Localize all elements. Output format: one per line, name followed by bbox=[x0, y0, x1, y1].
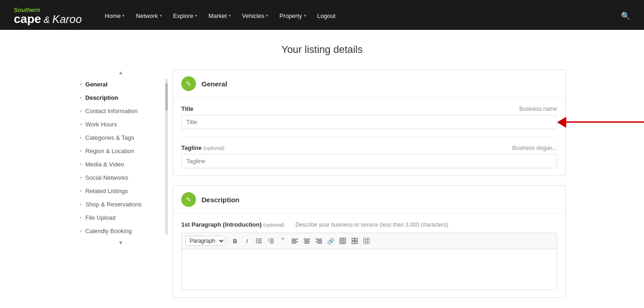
tagline-optional: (optional) bbox=[203, 145, 224, 151]
main-wrapper: Your listing details ▲ General Descripti… bbox=[0, 30, 644, 308]
svg-point-3 bbox=[256, 239, 257, 240]
nav-market[interactable]: Market ▾ bbox=[204, 10, 236, 22]
description-section-body: 1st Paragraph (Introduction) (optional) … bbox=[173, 214, 565, 297]
title-label: Title bbox=[181, 105, 194, 112]
sidebar-item-media[interactable]: Media & Video bbox=[78, 158, 163, 171]
svg-text:2.: 2. bbox=[268, 240, 270, 242]
site-logo[interactable]: Southern cape & Karoo bbox=[14, 7, 82, 25]
general-section-title: General bbox=[201, 80, 227, 88]
logo-bottom: cape & Karoo bbox=[14, 13, 82, 25]
sidebar-item-contact[interactable]: Contact Information bbox=[78, 104, 163, 118]
toolbar-divider-1 bbox=[227, 237, 228, 245]
align-right-button[interactable] bbox=[313, 235, 324, 246]
paragraph-label: 1st Paragraph (Introduction) (optional) bbox=[181, 221, 284, 228]
sidebar-item-region[interactable]: Region & Location bbox=[78, 144, 163, 158]
paragraph-label-row: 1st Paragraph (Introduction) (optional) … bbox=[181, 221, 557, 228]
description-section-title: Description bbox=[201, 196, 240, 204]
sidebar: ▲ General Description Contact Informatio… bbox=[78, 69, 163, 307]
svg-rect-32 bbox=[363, 238, 370, 244]
content-area: ▲ General Description Contact Informatio… bbox=[69, 69, 575, 307]
page-title: Your listing details bbox=[0, 44, 644, 56]
title-label-row: Title Business name bbox=[181, 105, 557, 112]
nav-network[interactable]: Network ▾ bbox=[131, 10, 167, 22]
nav-vehicles[interactable]: Vehicles ▾ bbox=[237, 10, 273, 22]
tagline-label: Tagline (optional) bbox=[181, 144, 224, 151]
scrollbar-thumb[interactable] bbox=[165, 83, 168, 111]
ordered-list-button[interactable]: 1.2. bbox=[265, 235, 276, 246]
special-char-button[interactable] bbox=[349, 235, 360, 246]
blockquote-button[interactable]: “ bbox=[277, 235, 288, 246]
arrow-head-icon bbox=[557, 117, 566, 128]
svg-point-4 bbox=[256, 240, 257, 241]
editor-toolbar: Paragraph B I 1.2. “ bbox=[181, 233, 557, 249]
chevron-down-icon: ▾ bbox=[160, 13, 162, 18]
table-button[interactable] bbox=[337, 235, 348, 246]
tagline-input[interactable] bbox=[181, 154, 557, 168]
sidebar-item-related[interactable]: Related Listings bbox=[78, 184, 163, 198]
sidebar-item-calendly[interactable]: Calendly Booking bbox=[78, 224, 163, 238]
chevron-down-icon: ▾ bbox=[266, 13, 268, 18]
nav-property[interactable]: Property ▾ bbox=[275, 10, 310, 22]
align-center-button[interactable] bbox=[301, 235, 312, 246]
svg-rect-30 bbox=[352, 241, 354, 244]
svg-point-5 bbox=[256, 242, 257, 243]
format-select[interactable]: Paragraph bbox=[185, 236, 225, 246]
unordered-list-button[interactable] bbox=[253, 235, 264, 246]
search-icon[interactable]: 🔍 bbox=[621, 11, 630, 20]
sidebar-item-fileupload[interactable]: File Upload bbox=[78, 211, 163, 224]
sidebar-item-categories[interactable]: Categories & Tags bbox=[78, 131, 163, 144]
nav-logout[interactable]: Logout bbox=[313, 10, 340, 22]
paragraph-hint: Describe your business or service (less … bbox=[295, 222, 448, 228]
align-left-button[interactable] bbox=[289, 235, 300, 246]
sidebar-item-workhours[interactable]: Work Hours bbox=[78, 118, 163, 131]
nav-links: Home ▾ Network ▾ Explore ▾ Market ▾ Vehi… bbox=[100, 10, 621, 22]
tagline-hint: Business slogan... bbox=[512, 145, 557, 151]
italic-button[interactable]: I bbox=[242, 235, 253, 246]
chevron-down-icon: ▾ bbox=[122, 13, 125, 18]
arrow-line bbox=[566, 121, 644, 123]
sidebar-item-description[interactable]: Description bbox=[78, 91, 163, 104]
title-input-container bbox=[181, 115, 557, 129]
general-section-body: Title Business name bbox=[173, 98, 565, 176]
form-area: ✎ General Title Business name bbox=[172, 69, 566, 307]
sidebar-list: General Description Contact Information … bbox=[78, 78, 163, 238]
tagline-field-row: Tagline (optional) Business slogan... bbox=[181, 144, 557, 168]
sidebar-item-shop[interactable]: Shop & Reservations bbox=[78, 198, 163, 211]
sidebar-scroll-up[interactable]: ▲ bbox=[78, 69, 163, 76]
bold-button[interactable]: B bbox=[230, 235, 241, 246]
link-button[interactable]: 🔗 bbox=[325, 235, 336, 246]
chevron-down-icon: ▾ bbox=[195, 13, 197, 18]
general-section: ✎ General Title Business name bbox=[172, 69, 566, 176]
nav-explore[interactable]: Explore ▾ bbox=[168, 10, 202, 22]
grid-button[interactable] bbox=[361, 235, 372, 246]
svg-rect-23 bbox=[340, 238, 345, 244]
svg-rect-28 bbox=[352, 238, 354, 240]
general-section-header: ✎ General bbox=[173, 70, 565, 98]
title-field-row: Title Business name bbox=[181, 105, 557, 137]
svg-rect-29 bbox=[355, 238, 357, 240]
description-section-icon: ✎ bbox=[181, 192, 196, 207]
paragraph-optional: (optional) bbox=[263, 222, 284, 228]
title-hint: Business name bbox=[519, 106, 557, 112]
navbar: Southern cape & Karoo Home ▾ Network ▾ E… bbox=[0, 1, 644, 30]
annotation-arrow bbox=[557, 117, 644, 128]
sidebar-item-social[interactable]: Social Networks bbox=[78, 171, 163, 184]
sidebar-scroll-down[interactable]: ▼ bbox=[78, 240, 163, 246]
editor-area[interactable] bbox=[181, 249, 557, 290]
chevron-down-icon: ▾ bbox=[229, 13, 231, 18]
chevron-down-icon: ▾ bbox=[304, 13, 306, 18]
nav-home[interactable]: Home ▾ bbox=[100, 10, 130, 22]
sidebar-item-general[interactable]: General bbox=[78, 78, 163, 91]
description-section: ✎ Description 1st Paragraph (Introductio… bbox=[172, 185, 566, 298]
description-section-header: ✎ Description bbox=[173, 186, 565, 214]
svg-rect-31 bbox=[355, 241, 357, 244]
title-input[interactable] bbox=[181, 115, 557, 129]
general-section-icon: ✎ bbox=[181, 76, 196, 91]
tagline-label-row: Tagline (optional) Business slogan... bbox=[181, 144, 557, 151]
scrollbar-track bbox=[165, 79, 168, 235]
